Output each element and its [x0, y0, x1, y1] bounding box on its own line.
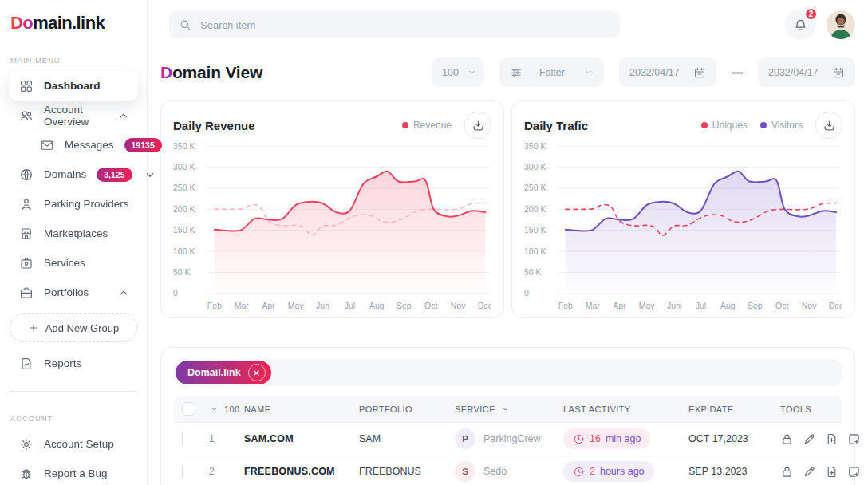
- dashboard-grid-icon: [19, 79, 34, 93]
- sidebar-item-label: Add New Group: [45, 322, 120, 334]
- notifications-button[interactable]: 2: [785, 10, 815, 40]
- date-to-picker[interactable]: 2032/04/17: [758, 57, 855, 87]
- svg-text:Apr: Apr: [614, 302, 627, 310]
- column-count: 100: [224, 404, 240, 414]
- sidebar-item-label: Dashboard: [44, 80, 101, 92]
- svg-text:150 K: 150 K: [173, 226, 195, 235]
- active-filters-bar: Domail.link: [174, 359, 842, 386]
- remove-filter-button[interactable]: [248, 364, 266, 381]
- svg-text:0: 0: [173, 289, 178, 298]
- note-add-icon[interactable]: [847, 432, 861, 446]
- add-new-group-button[interactable]: Add New Group: [10, 313, 137, 342]
- bug-icon: [19, 467, 34, 481]
- daily-traffic-chart: 350 K300 K250 K200 K150 K100 K50 K0FebMa…: [524, 141, 842, 313]
- bell-icon: [793, 18, 808, 33]
- filter-chip-label: Domail.link: [187, 367, 241, 378]
- filter-divider: [531, 65, 531, 81]
- svg-text:300 K: 300 K: [173, 163, 195, 172]
- sidebar-item-services[interactable]: Services: [9, 248, 138, 278]
- sidebar-item-account-overview[interactable]: Account Overview: [9, 101, 138, 130]
- chevron-down-icon: [583, 67, 594, 77]
- column-name: NAME: [244, 404, 359, 414]
- filter-label: Falter: [539, 67, 575, 78]
- user-avatar[interactable]: [827, 10, 855, 39]
- daily-revenue-chart: 350 K300 K250 K200 K150 K100 K50 K0FebMa…: [173, 141, 491, 313]
- search-input[interactable]: [199, 18, 610, 32]
- sidebar-divider: [10, 391, 137, 392]
- svg-text:May: May: [639, 302, 656, 310]
- legend-item-revenue: Revenue: [402, 120, 452, 131]
- svg-text:100 K: 100 K: [524, 247, 546, 256]
- search-bar[interactable]: [169, 11, 620, 38]
- edit-icon[interactable]: [803, 432, 816, 446]
- last-activity-badge: 2hours ago: [563, 461, 654, 482]
- file-add-icon[interactable]: [825, 432, 838, 446]
- lock-icon[interactable]: [780, 432, 794, 446]
- chevron-down-icon[interactable]: [209, 404, 219, 414]
- portfolio-name: FREEBONUS: [359, 466, 421, 477]
- svg-text:50 K: 50 K: [524, 268, 542, 277]
- download-icon: [823, 119, 836, 132]
- file-add-icon[interactable]: [825, 465, 838, 479]
- sidebar-item-parking-providers[interactable]: Parking Providers: [9, 189, 138, 219]
- row-checkbox[interactable]: [182, 465, 183, 478]
- date-to-value: 2032/04/17: [768, 67, 819, 78]
- last-activity-badge: 16min ago: [563, 428, 650, 449]
- sidebar-item-messages[interactable]: Messages19135: [9, 130, 138, 160]
- page-header: Domain View 100 Falter 2032/04/17 — 2032…: [148, 48, 868, 100]
- svg-text:Aug: Aug: [720, 302, 736, 310]
- download-button[interactable]: [464, 112, 491, 139]
- table-header: 100 NAME PORTFOLIO SERVICE LAST ACTIVITY…: [174, 396, 842, 422]
- logo-rest: main.link: [33, 13, 105, 33]
- sidebar-item-marketplaces[interactable]: Marketplaces: [9, 219, 138, 248]
- svg-text:250 K: 250 K: [524, 183, 546, 192]
- filter-dropdown[interactable]: Falter: [499, 57, 604, 87]
- service-name: ParkingCrew: [483, 433, 541, 444]
- column-portfolio: PORTFOLIO: [359, 404, 455, 414]
- sidebar: Domain.link MAIN MENU DashboardAccount O…: [0, 0, 148, 485]
- date-from-picker[interactable]: 2032/04/17: [619, 57, 716, 87]
- svg-text:250 K: 250 K: [173, 183, 195, 192]
- domain-name: SAM.COM: [244, 433, 294, 444]
- sidebar-item-domains[interactable]: Domains3,125: [9, 160, 138, 189]
- svg-text:50 K: 50 K: [173, 268, 191, 277]
- svg-text:Sep: Sep: [748, 302, 763, 310]
- legend-dot: [701, 122, 708, 128]
- service-initial-avatar: P: [455, 428, 475, 449]
- row-number: 2: [209, 466, 215, 477]
- edit-icon[interactable]: [803, 465, 816, 479]
- svg-text:200 K: 200 K: [524, 205, 546, 214]
- sidebar-item-label: Account Overview: [44, 104, 106, 128]
- page-size-select[interactable]: 100: [432, 57, 484, 87]
- logo-accent: Do: [10, 13, 33, 33]
- svg-text:100 K: 100 K: [173, 247, 195, 256]
- svg-text:Feb: Feb: [207, 302, 222, 310]
- note-add-icon[interactable]: [847, 465, 861, 479]
- sidebar-item-dashboard[interactable]: Dashboard: [9, 71, 138, 101]
- sidebar-item-report-a-bug[interactable]: Report a Bug: [9, 459, 138, 485]
- row-checkbox[interactable]: [182, 432, 183, 445]
- svg-text:Aug: Aug: [369, 302, 385, 310]
- lock-icon[interactable]: [780, 465, 794, 479]
- column-tools: TOOLS: [780, 404, 834, 414]
- sidebar-item-account-setup[interactable]: Account Setup: [9, 429, 138, 459]
- sidebar-item-reports[interactable]: Reports: [9, 349, 138, 378]
- download-button[interactable]: [815, 112, 842, 139]
- column-service[interactable]: SERVICE: [455, 404, 563, 414]
- column-last-activity: LAST ACTIVITY: [563, 404, 688, 414]
- svg-text:Jul: Jul: [345, 302, 355, 310]
- select-all-checkbox[interactable]: [182, 402, 195, 416]
- page-title: Domain View: [160, 63, 262, 82]
- chevron-down-icon: [143, 168, 157, 182]
- notification-count-badge: 2: [804, 7, 818, 21]
- chart-title: Daily Revenue: [173, 119, 255, 132]
- date-from-value: 2032/04/17: [629, 67, 680, 78]
- search-icon: [179, 18, 191, 31]
- daily-traffic-card: Daily Trafic UniquesVisitors 350 K300 K2…: [511, 100, 855, 318]
- service-initial-avatar: S: [455, 461, 475, 482]
- sidebar-item-portfolios[interactable]: Portfolios: [9, 278, 138, 307]
- row-number: 1: [209, 433, 215, 444]
- chart-legend: Revenue: [402, 120, 452, 131]
- domains-table-card: Domail.link 100 NAME PORTFOLIO SERVICE L…: [160, 347, 855, 485]
- filter-chip-domail-link[interactable]: Domail.link: [176, 361, 271, 384]
